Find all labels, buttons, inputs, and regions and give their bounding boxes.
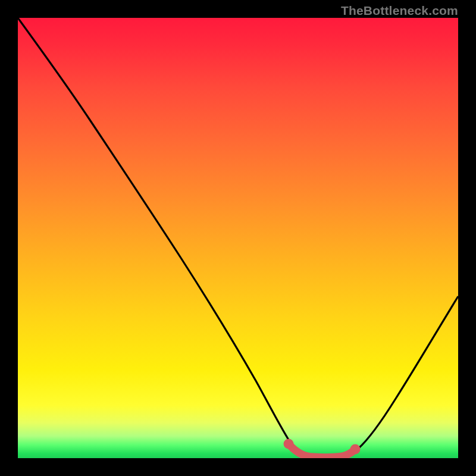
gradient-plot-area: [18, 18, 458, 458]
optimal-range-start-dot: [284, 439, 294, 449]
curve-layer: [18, 18, 458, 458]
chart-frame: TheBottleneck.com: [0, 0, 476, 476]
watermark-text: TheBottleneck.com: [341, 4, 458, 18]
bottleneck-curve: [18, 18, 458, 458]
optimal-range-end-dot: [350, 444, 361, 455]
optimal-range-highlight: [289, 444, 355, 458]
